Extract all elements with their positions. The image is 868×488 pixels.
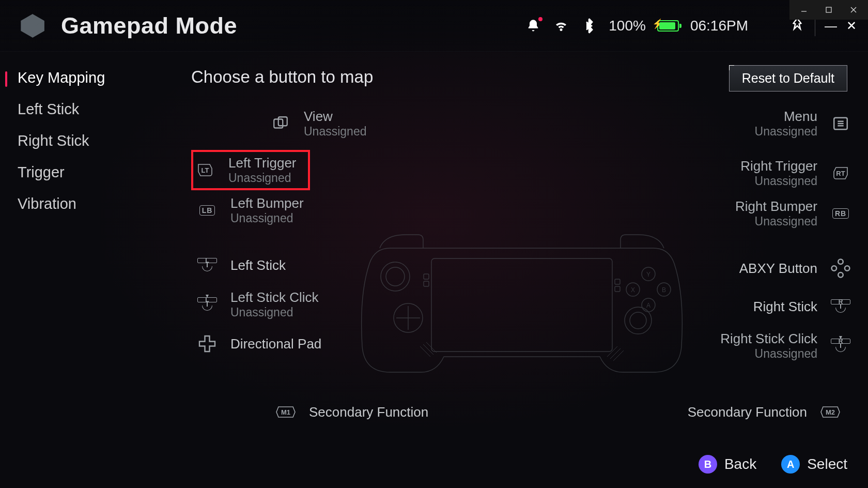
sidebar-item-trigger[interactable]: Trigger — [12, 157, 165, 188]
os-close-button[interactable] — [841, 0, 866, 20]
map-label: Left Bumper — [230, 195, 304, 211]
map-label: ABXY Button — [739, 261, 817, 277]
map-left-bumper-button[interactable]: LB Left Bumper Unassigned — [191, 190, 413, 231]
os-window-chrome — [789, 0, 868, 20]
m1-badge-icon: M1 — [274, 400, 298, 424]
map-label: Right Stick Click — [720, 331, 817, 347]
map-label: View — [304, 109, 366, 125]
hint-label: Back — [724, 456, 756, 472]
app-logo-icon — [19, 12, 47, 40]
map-label: Left Trigger — [228, 155, 297, 171]
os-minimize-button[interactable] — [792, 0, 816, 20]
svg-text:B: B — [662, 286, 666, 294]
app-minimize-button[interactable]: — — [825, 19, 837, 33]
map-sub: Unassigned — [755, 125, 817, 139]
map-label: Menu — [784, 109, 817, 125]
notifications-icon[interactable] — [525, 18, 541, 34]
console-diagram: Y B X A — [359, 227, 685, 393]
svg-rect-41 — [615, 279, 620, 284]
sidebar-item-left-stick[interactable]: Left Stick — [12, 94, 165, 125]
svg-text:Y: Y — [646, 271, 650, 278]
map-label: Right Bumper — [735, 199, 817, 215]
map-secondary-m2-button[interactable]: Secondary Function M2 — [688, 393, 842, 431]
map-label: Left Stick Click — [230, 289, 319, 306]
svg-text:X: X — [631, 286, 635, 294]
hint-label: Select — [807, 456, 847, 472]
sidebar-item-key-mapping[interactable]: Key Mapping — [12, 62, 165, 94]
left-stick-icon: L — [195, 253, 219, 277]
map-sub: Unassigned — [304, 125, 366, 139]
dpad-icon — [195, 332, 219, 356]
svg-text:A: A — [646, 302, 650, 309]
svg-point-23 — [625, 307, 652, 334]
svg-point-16 — [832, 266, 837, 271]
map-menu-button[interactable]: Menu Unassigned — [630, 103, 853, 144]
map-label: Right Trigger — [740, 158, 817, 174]
wifi-icon[interactable] — [553, 18, 569, 34]
view-icon — [269, 112, 292, 135]
b-button-icon: B — [699, 455, 717, 474]
map-right-trigger-button[interactable]: Right Trigger Unassigned RT — [630, 153, 853, 193]
hint-back: B Back — [699, 455, 756, 474]
sidebar-item-label: Vibration — [18, 195, 76, 212]
rb-badge-icon: RB — [829, 202, 853, 225]
svg-point-18 — [381, 262, 410, 291]
menu-icon — [829, 112, 853, 135]
a-button-icon: A — [781, 455, 800, 474]
map-label: Right Stick — [753, 299, 817, 315]
map-sub: Unassigned — [755, 347, 817, 361]
left-stick-click-icon: ▾L — [195, 293, 219, 316]
sidebar-item-vibration[interactable]: Vibration — [12, 188, 165, 220]
main-content: Choose a button to map Reset to Default … — [191, 67, 853, 431]
abxy-icon — [829, 256, 853, 280]
reset-to-default-button[interactable]: Reset to Default — [729, 65, 847, 91]
map-sub: Unassigned — [230, 211, 304, 225]
footer-hints: B Back A Select — [699, 455, 847, 474]
map-view-button[interactable]: View Unassigned — [191, 103, 413, 144]
app-header: Gamepad Mode 100% ⚡ 06:16PM — [0, 0, 868, 52]
map-sub: Unassigned — [755, 215, 817, 228]
svg-rect-40 — [424, 281, 429, 286]
svg-point-24 — [630, 312, 646, 329]
map-sub: Unassigned — [230, 306, 319, 319]
svg-point-13 — [838, 260, 843, 265]
svg-rect-39 — [424, 274, 429, 279]
map-label: Secondary Function — [688, 404, 807, 420]
battery-percent: 100% — [609, 18, 646, 34]
svg-line-38 — [613, 350, 624, 361]
svg-point-15 — [838, 272, 843, 278]
svg-rect-17 — [431, 258, 612, 352]
key-map-grid: View Unassigned LT Left Trigger Unassign… — [191, 103, 853, 431]
map-sub: Unassigned — [228, 171, 297, 185]
sidebar-item-label: Trigger — [18, 164, 65, 180]
page-title: Gamepad Mode — [61, 12, 237, 39]
bluetooth-icon[interactable] — [581, 18, 597, 34]
hint-select: A Select — [781, 455, 847, 474]
right-stick-click-icon: ▾R — [829, 334, 853, 358]
secondary-function-row: M1 Secondary Function Secondary Function… — [191, 393, 853, 431]
sidebar-item-right-stick[interactable]: Right Stick — [12, 125, 165, 157]
map-label: Secondary Function — [309, 404, 428, 420]
sidebar-nav: Key Mapping Left Stick Right Stick Trigg… — [0, 62, 165, 220]
sidebar-item-label: Key Mapping — [18, 69, 105, 86]
sidebar-item-label: Left Stick — [18, 101, 79, 117]
svg-point-14 — [845, 266, 850, 271]
os-maximize-button[interactable] — [816, 0, 841, 20]
reset-label: Reset to Default — [742, 71, 834, 85]
app-close-button[interactable]: ✕ — [846, 19, 857, 33]
svg-point-19 — [386, 267, 405, 286]
map-sub: Unassigned — [755, 174, 817, 188]
svg-line-33 — [420, 346, 430, 357]
lt-badge-icon: LT — [193, 158, 217, 182]
clock: 06:16PM — [690, 18, 748, 34]
right-stick-icon: R — [829, 295, 853, 318]
map-secondary-m1-button[interactable]: M1 Secondary Function — [274, 393, 428, 431]
rt-badge-icon: RT — [829, 161, 853, 185]
svg-rect-1 — [826, 7, 831, 12]
lb-badge-icon: LB — [195, 199, 219, 222]
battery-icon: ⚡ — [657, 20, 679, 32]
m2-badge-icon: M2 — [818, 400, 842, 424]
map-left-trigger-button[interactable]: LT Left Trigger Unassigned — [191, 150, 310, 190]
map-label: Left Stick — [230, 257, 286, 273]
pinning-icon[interactable] — [789, 18, 805, 34]
